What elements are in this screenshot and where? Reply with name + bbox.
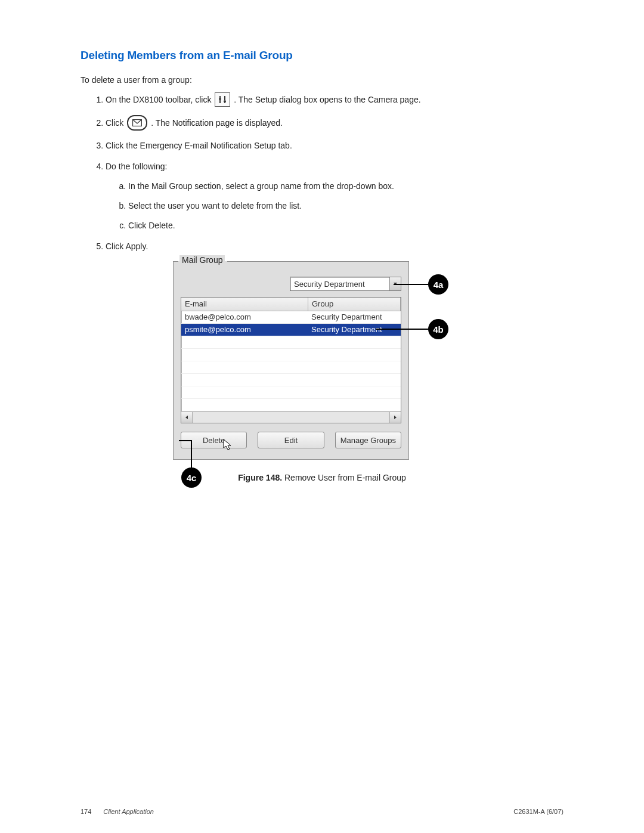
step-4-text: Do the following: bbox=[106, 162, 168, 171]
scroll-right-icon[interactable] bbox=[389, 412, 401, 423]
mail-group-panel: Mail Group Security Department E-mail Gr… bbox=[173, 261, 409, 460]
edit-button[interactable]: Edit bbox=[258, 432, 324, 448]
group-dropdown[interactable]: Security Department bbox=[290, 277, 401, 291]
cursor-icon bbox=[223, 439, 233, 451]
step-2-text-a: Click bbox=[106, 118, 126, 128]
intro-text: To delete a user from a group: bbox=[80, 75, 564, 85]
substeps-list: In the Mail Group section, select a grou… bbox=[106, 180, 564, 232]
figure-screenshot: Mail Group Security Department E-mail Gr… bbox=[173, 261, 471, 482]
callout-4a: 4a bbox=[428, 274, 448, 295]
callout-4b: 4b bbox=[428, 319, 448, 339]
step-4b: Select the user you want to delete from … bbox=[128, 200, 564, 212]
cell-group: Security Department bbox=[308, 324, 401, 336]
members-list[interactable]: E-mail Group bwade@pelco.com Security De… bbox=[181, 297, 401, 423]
callout-line bbox=[179, 440, 192, 441]
steps-list: On the DX8100 toolbar, click . The Setup… bbox=[80, 93, 564, 253]
step-2: Click . The Notification page is display… bbox=[106, 116, 564, 131]
callout-line bbox=[394, 284, 429, 285]
page-footer: 174 Client Application C2631M-A (6/07) bbox=[80, 808, 564, 815]
scroll-left-icon[interactable] bbox=[181, 412, 193, 423]
callout-line bbox=[376, 329, 429, 330]
step-2-text-b: . The Notification page is displayed. bbox=[151, 118, 283, 128]
cell-email: psmite@pelco.com bbox=[181, 324, 308, 336]
svg-point-1 bbox=[224, 100, 226, 103]
column-group: Group bbox=[308, 298, 401, 311]
footer-doc-id: C2631M-A (6/07) bbox=[513, 808, 564, 815]
blank-rows bbox=[181, 336, 401, 411]
manage-groups-button[interactable]: Manage Groups bbox=[335, 432, 401, 448]
mail-icon bbox=[127, 115, 147, 131]
step-1-text-a: On the DX8100 toolbar, click bbox=[106, 95, 213, 104]
setup-icon bbox=[215, 92, 230, 107]
figure-label: Figure 148. bbox=[238, 473, 282, 482]
figure-caption-text: Remove User from E-mail Group bbox=[282, 473, 406, 482]
table-row[interactable]: psmite@pelco.com Security Department bbox=[181, 324, 401, 336]
footer-app-name: Client Application bbox=[103, 808, 154, 815]
step-4a: In the Mail Group section, select a grou… bbox=[128, 180, 564, 193]
step-5: Click Apply. bbox=[106, 240, 564, 253]
figure-caption: Figure 148. Remove User from E-mail Grou… bbox=[173, 473, 471, 482]
step-1-text-b: . The Setup dialog box opens to the Came… bbox=[234, 95, 420, 104]
horizontal-scrollbar[interactable] bbox=[181, 411, 401, 423]
mail-group-label: Mail Group bbox=[179, 255, 225, 265]
list-header: E-mail Group bbox=[181, 298, 401, 311]
callout-4c: 4c bbox=[181, 467, 202, 488]
step-4c: Click Delete. bbox=[128, 219, 564, 232]
page-number: 174 bbox=[80, 808, 91, 815]
step-3: Click the Emergency E-mail Notification … bbox=[106, 140, 564, 152]
cell-email: bwade@pelco.com bbox=[181, 311, 308, 323]
cell-group: Security Department bbox=[308, 311, 401, 323]
step-4: Do the following: In the Mail Group sect… bbox=[106, 160, 564, 232]
button-row: Delete Edit Manage Groups bbox=[181, 432, 401, 448]
step-1: On the DX8100 toolbar, click . The Setup… bbox=[106, 93, 564, 107]
group-dropdown-value: Security Department bbox=[290, 280, 389, 289]
section-title: Deleting Members from an E-mail Group bbox=[80, 49, 564, 62]
column-email: E-mail bbox=[181, 298, 308, 311]
scroll-track[interactable] bbox=[193, 412, 389, 423]
table-row[interactable]: bwade@pelco.com Security Department bbox=[181, 311, 401, 324]
svg-point-0 bbox=[219, 98, 221, 100]
